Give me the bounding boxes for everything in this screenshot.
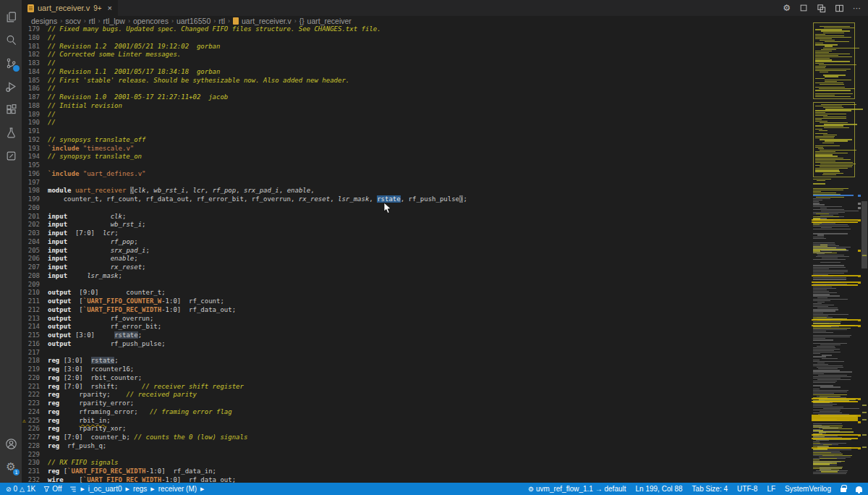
- chevron-right-icon: ›: [128, 17, 130, 25]
- code-line[interactable]: 219reg [3:0] rcounter16;: [22, 365, 812, 374]
- code-line[interactable]: 194// synopsys translate_on: [22, 153, 812, 161]
- search-icon[interactable]: [0, 28, 22, 51]
- breadcrumb-symbol[interactable]: {}uart_receiver: [299, 17, 352, 25]
- code-line[interactable]: 226reg rparity_xor;: [22, 425, 812, 433]
- line-number: 216: [22, 340, 48, 349]
- code-line[interactable]: 220reg [2:0] rbit_counter;: [22, 374, 812, 383]
- scope-hierarchy[interactable]: ▶i_oc_uart0▶regs▶receiver (M)▶: [69, 485, 205, 493]
- tab-close-icon[interactable]: ×: [108, 4, 112, 12]
- notifications[interactable]: [856, 486, 862, 492]
- code-line[interactable]: 187// Revision 1.0 2001-05-17 21:27:11+0…: [22, 93, 812, 102]
- code-line[interactable]: 183//: [22, 59, 812, 68]
- code-line[interactable]: 208input lsr_mask;: [22, 272, 812, 281]
- code-line[interactable]: 200: [22, 204, 812, 213]
- code-line[interactable]: 232wire [`UART_FIFO_REC_WIDTH-1:0] rf_da…: [22, 476, 812, 483]
- code-line[interactable]: 203input [7:0] lcr;: [22, 229, 812, 238]
- code-line[interactable]: 191: [22, 127, 812, 136]
- chevron-right-icon: ›: [84, 17, 86, 25]
- breadcrumb-folder[interactable]: designs: [31, 17, 57, 25]
- settings-gear-icon[interactable]: ⚙ 1: [0, 455, 22, 478]
- more-actions-icon[interactable]: ⋯: [853, 4, 861, 13]
- code-line[interactable]: 204input rf_pop;: [22, 238, 812, 247]
- code-line[interactable]: 193`include "timescale.v": [22, 145, 812, 153]
- preview-square-icon[interactable]: [799, 4, 808, 12]
- code-line[interactable]: 225⚠reg rbit_in;: [22, 417, 812, 426]
- code-line[interactable]: 179// Fixed many bugs. Updated spec. Cha…: [22, 25, 812, 34]
- tabnine-lock[interactable]: [841, 486, 846, 492]
- testing-icon[interactable]: [0, 121, 22, 144]
- code-line[interactable]: 189//: [22, 111, 812, 119]
- code-line[interactable]: 180//: [22, 34, 812, 43]
- code-line[interactable]: 206input enable;: [22, 255, 812, 263]
- run-settings-gear-icon[interactable]: ⚙: [783, 3, 791, 13]
- code-line[interactable]: 210output [9:0] counter_t;: [22, 289, 812, 297]
- code-line[interactable]: 196`include "uart_defines.v": [22, 170, 812, 179]
- account-icon[interactable]: [0, 432, 22, 455]
- code-line[interactable]: 214output rf_error_bit;: [22, 323, 812, 331]
- split-editor-icon[interactable]: [835, 4, 844, 13]
- code-line[interactable]: 198module uart_receiver (clk, wb_rst_i, …: [22, 187, 812, 195]
- code-line[interactable]: 212output [`UART_FIFO_REC_WIDTH-1:0] rf_…: [22, 306, 812, 315]
- eol-sequence[interactable]: LF: [767, 485, 775, 493]
- notebook-icon[interactable]: [0, 144, 22, 167]
- explorer-icon[interactable]: [0, 5, 22, 28]
- problems-indicator[interactable]: ⊘ 0 △ 1K: [6, 485, 35, 493]
- breadcrumb-folder[interactable]: uart16550: [176, 17, 210, 25]
- code-line[interactable]: 211output [`UART_FIFO_COUNTER_W-1:0] rf_…: [22, 297, 812, 306]
- code-line[interactable]: 199 counter_t, rf_count, rf_data_out, rf…: [22, 195, 812, 204]
- breadcrumb-folder[interactable]: rtl: [89, 17, 95, 25]
- breadcrumb-folder[interactable]: rtl_lpw: [103, 17, 125, 25]
- run-debug-icon[interactable]: [0, 75, 22, 98]
- language-mode[interactable]: SystemVerilog: [785, 485, 831, 493]
- source-control-icon[interactable]: [0, 51, 22, 75]
- code-line[interactable]: 195: [22, 161, 812, 170]
- minimap[interactable]: [812, 20, 861, 483]
- code-line[interactable]: 213output rf_overrun;: [22, 315, 812, 323]
- breadcrumb-folder[interactable]: socv: [65, 17, 81, 25]
- code-line[interactable]: 216output rf_push_pulse;: [22, 340, 812, 349]
- triangle-separator-icon: ▶: [150, 486, 154, 492]
- code-line[interactable]: 222reg rparity; // received parity: [22, 391, 812, 399]
- code-line[interactable]: 218reg [3:0] rstate;: [22, 357, 812, 365]
- compare-changes-icon[interactable]: [817, 4, 826, 13]
- code-line[interactable]: 223reg rparity_error;: [22, 399, 812, 408]
- code-line[interactable]: 215output [3:0] rstate;: [22, 331, 812, 340]
- code-line[interactable]: 221reg [7:0] rshift; // receiver shift r…: [22, 383, 812, 392]
- extensions-icon[interactable]: [0, 98, 22, 121]
- code-editor[interactable]: 179// Fixed many bugs. Updated spec. Cha…: [22, 25, 812, 483]
- breadcrumb-file[interactable]: uart_receiver.v: [233, 17, 292, 25]
- code-line[interactable]: 202input wb_rst_i;: [22, 221, 812, 229]
- scrollbar-thumb[interactable]: [861, 201, 867, 268]
- vertical-scrollbar[interactable]: [861, 16, 868, 483]
- code-line[interactable]: 209: [22, 281, 812, 289]
- breadcrumb-folder[interactable]: rtl: [218, 17, 225, 25]
- indentation[interactable]: Tab Size: 4: [692, 485, 728, 493]
- code-line[interactable]: 228reg rf_push_q;: [22, 442, 812, 451]
- code-line[interactable]: 217: [22, 349, 812, 358]
- code-line[interactable]: 229: [22, 451, 812, 460]
- code-line[interactable]: 190//: [22, 119, 812, 127]
- code-line[interactable]: 181// Revision 1.2 2001/05/21 19:12:02 g…: [22, 43, 812, 51]
- code-line[interactable]: 182// Corrected some Linter messages.: [22, 51, 812, 59]
- code-line[interactable]: 224reg rframing_error; // framing error …: [22, 408, 812, 417]
- task-selector[interactable]: ⚙ uvm_ref_flow_1.1 → default: [528, 485, 626, 493]
- filter-toggle[interactable]: Off: [43, 485, 61, 493]
- code-line[interactable]: 188// Initial revision: [22, 102, 812, 111]
- breadcrumb-folder[interactable]: opencores: [133, 17, 169, 25]
- code-line[interactable]: 231reg [`UART_FIFO_REC_WIDTH-1:0] rf_dat…: [22, 468, 812, 476]
- code-line[interactable]: 227reg [7:0] counter_b; // counts the 0 …: [22, 433, 812, 442]
- code-line[interactable]: 186//: [22, 85, 812, 93]
- code-line[interactable]: 185// First 'stable' release. Should be …: [22, 77, 812, 85]
- code-line[interactable]: 230// RX FIFO signals: [22, 459, 812, 468]
- code-line[interactable]: 201input clk;: [22, 213, 812, 221]
- code-line[interactable]: 207input rx_reset;: [22, 263, 812, 272]
- code-line[interactable]: 205input srx_pad_i;: [22, 247, 812, 255]
- cursor-position[interactable]: Ln 199, Col 88: [636, 485, 683, 493]
- chevron-right-icon: ›: [171, 17, 174, 25]
- code-line[interactable]: 192// synopsys translate_off: [22, 136, 812, 145]
- breadcrumb[interactable]: designs›socv›rtl›rtl_lpw›opencores›uart1…: [22, 16, 868, 26]
- code-line[interactable]: 197: [22, 179, 812, 187]
- encoding[interactable]: UTF-8: [737, 485, 757, 493]
- code-line[interactable]: 184// Revision 1.1 2001/05/17 18:34:18 g…: [22, 68, 812, 77]
- tab-uart-receiver[interactable]: uart_receiver.v 9+ ×: [22, 0, 118, 16]
